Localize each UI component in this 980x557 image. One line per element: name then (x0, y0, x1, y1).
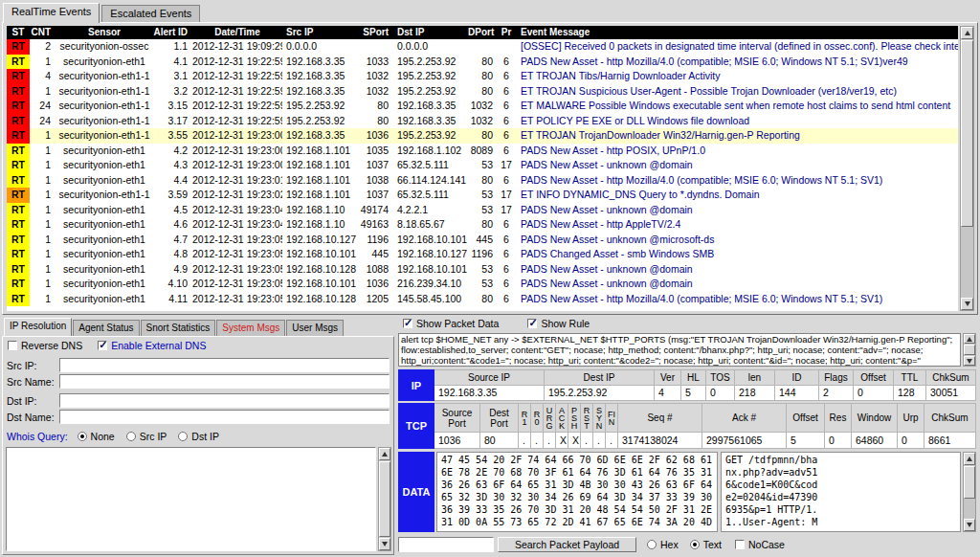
event-cell-sport: 1033 (359, 55, 393, 70)
scroll-thumb[interactable] (961, 40, 973, 227)
whois-option-dst-ip[interactable]: Dst IP (178, 431, 219, 442)
whois-option-none[interactable]: None (78, 431, 115, 442)
col-header-alert-id[interactable]: Alert ID (152, 26, 192, 39)
src-name-input[interactable] (59, 374, 390, 389)
event-cell-sensor: securityonion-eth1 (56, 217, 152, 233)
search-type-option-text[interactable]: Text (690, 539, 722, 550)
col-header-cnt[interactable]: CNT (30, 26, 56, 39)
event-row[interactable]: RT1securityonion-eth14.112012-12-31 19:2… (7, 292, 958, 307)
event-row[interactable]: RT1securityonion-eth14.12012-12-31 19:22… (7, 55, 958, 70)
tab-agent-status[interactable]: Agent Status (73, 320, 139, 336)
event-row[interactable]: RT1securityonion-eth14.82012-12-31 19:23… (7, 247, 958, 262)
event-cell-src-ip: 192.168.3.35 (282, 84, 359, 100)
event-cell-pr: 6 (497, 292, 516, 307)
col-header-dport[interactable]: DPort (468, 26, 497, 39)
scroll-up-button[interactable] (964, 453, 975, 465)
tcp-header-cell: Offset (787, 403, 825, 433)
scroll-up-button[interactable] (964, 334, 975, 344)
tab-system-msgs[interactable]: System Msgs (216, 320, 285, 336)
col-header-datetime[interactable]: Date/Time (192, 26, 282, 39)
col-header-event-message[interactable]: Event Message (516, 26, 958, 39)
event-row[interactable]: RT1securityonion-eth14.42012-12-31 19:23… (7, 173, 958, 189)
event-cell-src-ip: 192.168.1.10 (282, 217, 359, 233)
event-row[interactable]: RT1securityonion-eth14.52012-12-31 19:23… (7, 203, 958, 218)
col-header-sport[interactable]: SPort (359, 26, 393, 39)
payload-hex[interactable]: 47 45 54 20 2F 74 64 66 70 6D 6E 6E 2F 6… (436, 452, 718, 532)
event-row[interactable]: RT1securityonion-eth1-13.592012-12-31 19… (7, 188, 958, 203)
scroll-down-button[interactable] (961, 298, 973, 310)
event-cell-alert-id: 4.5 (152, 203, 192, 218)
src-ip-input[interactable] (59, 358, 390, 372)
external-dns-checkbox[interactable]: Enable External DNS (98, 340, 206, 351)
ip-resolution-output[interactable] (6, 447, 376, 551)
events-scrollbar[interactable] (960, 26, 974, 311)
event-cell-dst-ip: 192.168.10.101 (393, 233, 468, 248)
event-row[interactable]: RT1securityonion-eth14.102012-12-31 19:2… (7, 277, 958, 292)
resolution-scrollbar[interactable] (378, 447, 391, 551)
event-row[interactable]: RT2securityonion-ossec1.12012-12-31 19:0… (7, 39, 958, 55)
tab-escalated-events[interactable]: Escalated Events (101, 5, 200, 23)
ip-header-cell: Dest IP (545, 369, 655, 386)
event-cell-cnt: 1 (30, 55, 56, 70)
payload-ascii[interactable]: GET /tdfpmnn/bha nx.php?adv=adv51 6&code… (721, 452, 961, 532)
ip-header-cell: Offset (854, 369, 894, 386)
event-row[interactable]: RT1securityonion-eth14.72012-12-31 19:23… (7, 233, 958, 248)
event-cell-message: PADS New Asset - unknown @domain (516, 262, 958, 278)
scroll-thumb[interactable] (964, 466, 975, 499)
col-header-pr[interactable]: Pr (497, 26, 516, 39)
col-header-st[interactable]: ST (7, 26, 30, 39)
event-cell-src-ip: 192.168.3.35 (282, 128, 359, 144)
scroll-up-button[interactable] (379, 448, 390, 460)
scroll-thumb[interactable] (379, 461, 390, 537)
snort-rule-text[interactable]: alert tcp $HOME_NET any -> $EXTERNAL_NET… (398, 333, 961, 367)
event-cell-dst-ip: 195.2.253.92 (393, 69, 468, 84)
show-rule-checkbox[interactable]: Show Rule (527, 318, 590, 329)
payload-scrollbar[interactable] (963, 452, 976, 532)
event-row[interactable]: RT24securityonion-eth1-13.172012-12-31 1… (7, 114, 958, 129)
dst-name-input[interactable] (59, 410, 390, 424)
event-row[interactable]: RT1securityonion-eth1-13.552012-12-31 19… (7, 128, 958, 144)
dst-ip-input[interactable] (59, 393, 390, 408)
tab-ip-resolution[interactable]: IP Resolution (4, 318, 72, 336)
event-row[interactable]: RT1securityonion-eth1-13.22012-12-31 19:… (7, 84, 958, 100)
tab-user-msgs[interactable]: User Msgs (286, 320, 344, 336)
col-header-src-ip[interactable]: Src IP (282, 26, 359, 39)
col-header-sensor[interactable]: Sensor (56, 26, 152, 39)
reverse-dns-checkbox[interactable]: Reverse DNS (8, 340, 82, 351)
tab-snort-statistics[interactable]: Snort Statistics (141, 320, 216, 336)
event-cell-datetime: 2012-12-31 19:22:59 (192, 114, 282, 129)
event-cell-alert-id: 4.3 (152, 158, 192, 173)
rule-scrollbar[interactable] (963, 333, 976, 367)
search-packet-payload-button[interactable]: Search Packet Payload (498, 537, 636, 552)
scroll-up-button[interactable] (961, 27, 973, 39)
event-cell-sensor: securityonion-eth1-1 (56, 114, 152, 129)
event-cell-dst-ip: 65.32.5.111 (393, 158, 468, 173)
tcp-value-cell: 64860 (852, 433, 898, 449)
event-row[interactable]: RT1securityonion-eth14.62012-12-31 19:23… (7, 217, 958, 233)
event-cell-dst-ip: 192.168.3.35 (393, 114, 468, 129)
event-cell-pr: 17 (497, 188, 516, 203)
tab-realtime-events[interactable]: RealTime Events (3, 3, 100, 23)
event-row[interactable]: RT1securityonion-eth14.92012-12-31 19:23… (7, 262, 958, 278)
scroll-down-button[interactable] (964, 356, 975, 366)
tcp-header-cell: URG (544, 403, 556, 433)
show-packet-data-checkbox[interactable]: Show Packet Data (403, 318, 499, 329)
scroll-thumb[interactable] (964, 345, 975, 355)
event-cell-dport: 80 (468, 69, 497, 84)
nocase-checkbox[interactable]: NoCase (735, 539, 785, 550)
event-row[interactable]: RT1securityonion-eth14.32012-12-31 19:23… (7, 158, 958, 173)
whois-option-src-ip[interactable]: Src IP (126, 431, 167, 442)
search-type-option-hex[interactable]: Hex (647, 539, 679, 550)
event-cell-dport: 1196 (468, 247, 497, 262)
search-payload-input[interactable] (398, 537, 494, 552)
radio-icon (78, 432, 87, 441)
scroll-down-button[interactable] (379, 538, 390, 550)
reverse-dns-label: Reverse DNS (21, 340, 82, 351)
event-row[interactable]: RT1securityonion-eth14.22012-12-31 19:23… (7, 144, 958, 159)
event-row[interactable]: RT24securityonion-eth1-13.152012-12-31 1… (7, 99, 958, 114)
col-header-dst-ip[interactable]: Dst IP (393, 26, 468, 39)
event-cell-src-ip: 192.168.1.101 (282, 188, 359, 203)
scroll-down-button[interactable] (964, 519, 975, 531)
tcp-section-label: TCP (398, 403, 434, 449)
event-row[interactable]: RT4securityonion-eth1-13.12012-12-31 19:… (7, 69, 958, 84)
